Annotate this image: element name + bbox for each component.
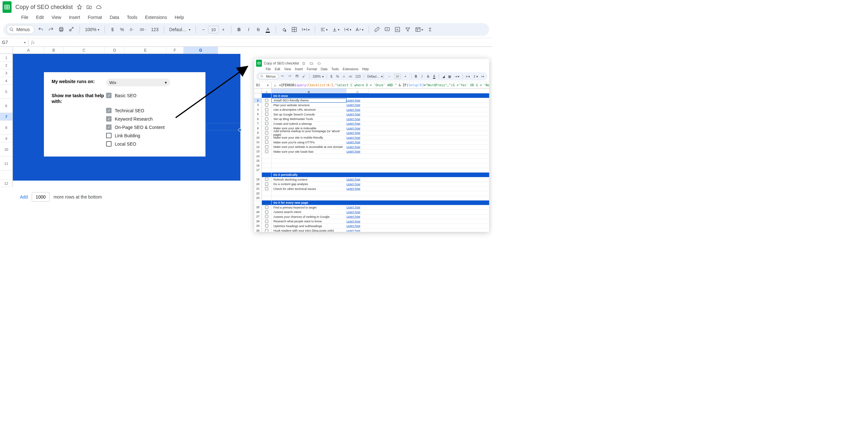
checkbox[interactable] [106, 116, 112, 121]
svg-rect-8 [416, 28, 420, 31]
increase-font-icon[interactable]: + [220, 26, 227, 33]
row-header[interactable]: 1 [0, 54, 13, 62]
increase-decimal-icon[interactable]: .00→ [138, 25, 148, 34]
menu-tools: Tools [330, 67, 341, 72]
main-toolbar: Menus 100%▾ $ % .0← .00→ 123 Defaul…▾ − … [3, 23, 489, 36]
row-header[interactable]: 9 [0, 135, 13, 142]
col-header-B[interactable]: B [44, 47, 63, 54]
row-header[interactable]: 2 [0, 62, 13, 69]
col-header-F[interactable]: F [166, 47, 184, 54]
insert-link-icon[interactable] [373, 25, 381, 34]
menu-help[interactable]: Help [172, 13, 187, 22]
col-header-D[interactable]: D [105, 47, 125, 54]
checkbox-row: Link Building [106, 133, 165, 138]
menus-search[interactable]: Menus [6, 25, 35, 34]
undo-icon[interactable] [36, 25, 45, 34]
checkbox[interactable] [106, 133, 112, 138]
row-header[interactable]: 11 [0, 157, 13, 171]
merge-cells-icon[interactable]: ▾ [300, 25, 311, 34]
row-header[interactable]: 3 [0, 69, 13, 77]
chevron-down-icon: ▾ [165, 80, 167, 85]
add-rows-link[interactable]: Add [20, 194, 28, 199]
star-icon[interactable] [76, 4, 82, 10]
checkbox[interactable] [106, 124, 112, 130]
currency-icon[interactable]: $ [108, 25, 116, 34]
filter-icon[interactable] [404, 25, 412, 34]
row-header[interactable]: 10 [0, 142, 13, 157]
insert-chart-icon[interactable] [393, 25, 402, 34]
strikethrough-icon[interactable]: S [254, 25, 262, 34]
paint-format-icon[interactable] [67, 25, 75, 34]
row-header[interactable]: 7 [0, 113, 13, 121]
checkbox [265, 210, 268, 214]
col-header-A[interactable]: A [13, 47, 44, 54]
row-header[interactable]: 8 [0, 121, 13, 135]
checkbox [265, 178, 268, 181]
checkbox [265, 187, 268, 190]
more-formats-icon[interactable]: 123 [150, 25, 160, 34]
menu-file[interactable]: File [18, 13, 32, 22]
add-rows-count[interactable] [32, 192, 50, 202]
menu-file: File [264, 67, 273, 72]
fill-color-icon[interactable] [280, 25, 288, 34]
table-row: 14 [254, 154, 489, 159]
redo-icon[interactable] [47, 25, 55, 34]
name-box[interactable]: G7▾ [0, 40, 28, 45]
menu-extensions[interactable]: Extensions [142, 13, 170, 22]
cloud-status-icon[interactable] [96, 4, 102, 10]
row-header[interactable]: 4 [0, 77, 13, 85]
table-row: 20Do a content gap analysisLearn how [254, 182, 489, 187]
sheets-logo[interactable] [3, 1, 11, 13]
print-icon [294, 73, 300, 80]
text-rotation-icon[interactable]: A↗▾ [354, 25, 365, 34]
select-all-corner[interactable] [0, 47, 13, 54]
col-header-G[interactable]: G [184, 47, 218, 54]
checkbox[interactable] [106, 93, 112, 98]
col-header-E[interactable]: E [125, 47, 166, 54]
menu-view[interactable]: View [49, 13, 64, 22]
decrease-font-icon[interactable]: − [200, 26, 207, 33]
borders-icon: ▦ [447, 73, 453, 80]
table-views-icon[interactable]: ▾ [414, 25, 424, 34]
table-row: 29Optimize headings and subheadingsLearn… [254, 224, 489, 229]
italic-icon[interactable]: I [245, 25, 253, 34]
horizontal-align-icon[interactable]: ▾ [319, 25, 329, 34]
platform-dropdown[interactable]: Wix ▾ [106, 79, 170, 86]
table-row: 15 [254, 159, 489, 164]
checkbox [265, 113, 268, 116]
text-wrap-icon[interactable]: ▾ [343, 25, 352, 34]
sheet-body: My website runs on: Wix ▾ Show me tasks … [13, 54, 240, 187]
checkbox[interactable] [106, 108, 112, 113]
menu-edit[interactable]: Edit [33, 13, 47, 22]
row-header[interactable]: 5 [0, 85, 13, 99]
move-to-folder-icon [308, 60, 314, 66]
menu-data[interactable]: Data [106, 13, 122, 22]
print-icon[interactable] [57, 25, 65, 34]
col-header-C[interactable]: C [63, 47, 105, 54]
zoom-dropdown[interactable]: 100%▾ [84, 25, 101, 34]
insert-comment-icon[interactable] [383, 25, 391, 34]
svg-point-0 [10, 28, 12, 30]
font-dropdown[interactable]: Defaul…▾ [168, 25, 192, 34]
decrease-decimal-icon[interactable]: .0← [128, 25, 136, 34]
checkbox [265, 141, 268, 144]
checkbox[interactable] [106, 141, 112, 147]
doc-title[interactable]: Copy of SEO checklist [16, 4, 73, 10]
functions-icon[interactable]: Σ [426, 25, 434, 34]
font-size-value[interactable]: 10 [208, 26, 219, 33]
paint-format-icon [301, 73, 307, 80]
percent-icon[interactable]: % [118, 25, 126, 34]
move-to-folder-icon[interactable] [86, 4, 92, 10]
menu-format[interactable]: Format [85, 13, 105, 22]
row-header[interactable]: 6 [0, 99, 13, 113]
bold-icon[interactable]: B [235, 25, 243, 34]
text-color-icon[interactable]: A [264, 25, 272, 34]
row-header[interactable]: 12 [0, 180, 13, 187]
menu-insert[interactable]: Insert [66, 13, 83, 22]
learn-how-link: Learn how [346, 103, 360, 107]
vertical-align-icon[interactable]: ▾ [331, 25, 341, 34]
borders-icon[interactable] [290, 25, 299, 34]
menu-tools[interactable]: Tools [124, 13, 141, 22]
table-row: 19Refresh declining contentLearn how [254, 177, 489, 182]
row-header[interactable] [0, 171, 13, 180]
